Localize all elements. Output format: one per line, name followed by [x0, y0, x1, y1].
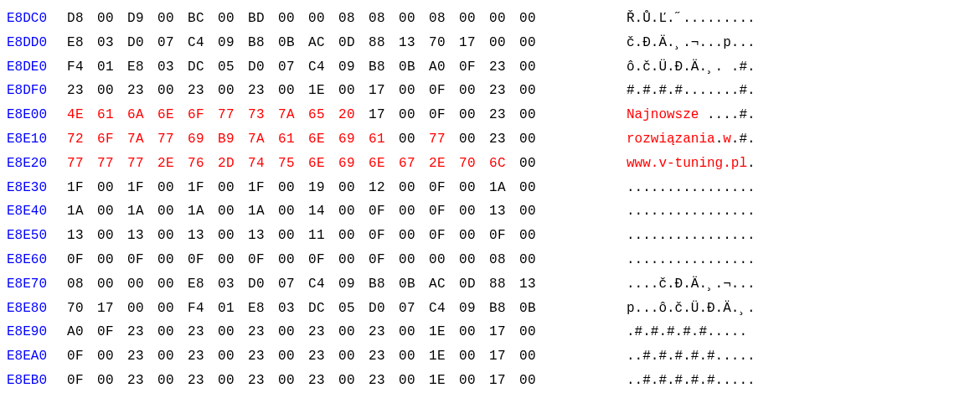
- hex-byte[interactable]: 07: [399, 297, 429, 321]
- hex-byte[interactable]: 23: [489, 127, 519, 152]
- hex-byte[interactable]: 1A: [188, 199, 218, 224]
- hex-byte[interactable]: 00: [519, 248, 549, 272]
- hex-byte[interactable]: 6E: [157, 103, 188, 127]
- hex-byte[interactable]: 1E: [308, 79, 338, 103]
- hex-bytes[interactable]: 726F7A7769B97A616E69610077002300: [67, 127, 603, 152]
- hex-byte[interactable]: 00: [157, 272, 188, 297]
- hex-byte[interactable]: 00: [97, 79, 127, 103]
- hex-bytes[interactable]: F401E803DC05D007C409B80BA00F2300: [67, 55, 603, 80]
- hex-byte[interactable]: 70: [429, 31, 459, 55]
- hex-row[interactable]: E8E10726F7A7769B97A616E69610077002300roz…: [7, 127, 973, 152]
- hex-byte[interactable]: 00: [399, 320, 429, 344]
- hex-byte[interactable]: 0F: [188, 248, 218, 272]
- hex-row[interactable]: E8E90A00F230023002300230023001E001700 .#…: [7, 320, 973, 344]
- hex-byte[interactable]: 88: [369, 31, 399, 55]
- hex-byte[interactable]: 0F: [369, 248, 399, 272]
- hex-byte[interactable]: 61: [97, 103, 127, 127]
- hex-byte[interactable]: 88: [489, 272, 519, 297]
- hex-byte[interactable]: 67: [399, 152, 429, 176]
- hex-byte[interactable]: 23: [188, 369, 218, 393]
- hex-byte[interactable]: 00: [338, 224, 369, 248]
- hex-bytes[interactable]: A00F230023002300230023001E001700: [67, 320, 603, 344]
- hex-byte[interactable]: 00: [218, 248, 248, 272]
- hex-byte[interactable]: F4: [67, 55, 97, 80]
- hex-byte[interactable]: A0: [67, 320, 97, 344]
- hex-row[interactable]: E8DF023002300230023001E0017000F002300#.#…: [7, 79, 973, 103]
- hex-byte[interactable]: 0F: [429, 176, 459, 200]
- hex-byte[interactable]: 00: [459, 320, 489, 344]
- hex-byte[interactable]: 23: [188, 320, 218, 344]
- hex-byte[interactable]: 00: [459, 199, 489, 224]
- hex-byte[interactable]: 00: [278, 320, 308, 344]
- hex-byte[interactable]: 09: [459, 297, 489, 321]
- hex-byte[interactable]: 1F: [248, 176, 278, 200]
- hex-byte[interactable]: 00: [519, 344, 549, 369]
- hex-byte[interactable]: 6E: [308, 152, 338, 176]
- hex-byte[interactable]: 08: [429, 7, 459, 31]
- hex-byte[interactable]: 7A: [127, 127, 157, 152]
- hex-byte[interactable]: E8: [248, 297, 278, 321]
- hex-byte[interactable]: 00: [97, 369, 127, 393]
- hex-byte[interactable]: 61: [369, 127, 399, 152]
- hex-byte[interactable]: 09: [338, 272, 369, 297]
- hex-bytes[interactable]: 08000000E803D007C409B80BAC0D8813: [67, 272, 603, 297]
- hex-byte[interactable]: 73: [248, 103, 278, 127]
- hex-byte[interactable]: C4: [308, 55, 338, 80]
- hex-byte[interactable]: 17: [489, 369, 519, 393]
- hex-byte[interactable]: 00: [399, 176, 429, 200]
- hex-byte[interactable]: 00: [519, 103, 549, 127]
- hex-byte[interactable]: 07: [278, 55, 308, 80]
- hex-byte[interactable]: 03: [157, 55, 188, 80]
- hex-byte[interactable]: 01: [97, 55, 127, 80]
- hex-byte[interactable]: 69: [188, 127, 218, 152]
- hex-byte[interactable]: 72: [67, 127, 97, 152]
- hex-byte[interactable]: 17: [97, 297, 127, 321]
- hex-byte[interactable]: 00: [399, 7, 429, 31]
- hex-byte[interactable]: 23: [127, 320, 157, 344]
- hex-byte[interactable]: 77: [157, 127, 188, 152]
- hex-byte[interactable]: 6F: [188, 103, 218, 127]
- hex-byte[interactable]: 23: [489, 79, 519, 103]
- hex-byte[interactable]: C4: [308, 272, 338, 297]
- hex-byte[interactable]: 00: [278, 176, 308, 200]
- hex-byte[interactable]: 17: [369, 79, 399, 103]
- hex-byte[interactable]: 07: [278, 272, 308, 297]
- hex-byte[interactable]: 00: [97, 248, 127, 272]
- hex-byte[interactable]: 00: [519, 55, 549, 80]
- hex-byte[interactable]: D0: [248, 55, 278, 80]
- hex-byte[interactable]: 14: [308, 199, 338, 224]
- hex-bytes[interactable]: 7777772E762D74756E696E672E706C00: [67, 152, 603, 176]
- hex-byte[interactable]: 0F: [67, 344, 97, 369]
- hex-byte[interactable]: 13: [519, 272, 549, 297]
- hex-byte[interactable]: 00: [459, 176, 489, 200]
- hex-byte[interactable]: D9: [127, 7, 157, 31]
- hex-byte[interactable]: 76: [188, 152, 218, 176]
- hex-byte[interactable]: 0F: [429, 79, 459, 103]
- hex-byte[interactable]: 05: [338, 297, 369, 321]
- hex-byte[interactable]: 00: [218, 344, 248, 369]
- hex-byte[interactable]: 2E: [429, 152, 459, 176]
- hex-byte[interactable]: 23: [248, 79, 278, 103]
- hex-byte[interactable]: 1A: [127, 199, 157, 224]
- hex-byte[interactable]: AC: [308, 31, 338, 55]
- hex-byte[interactable]: 00: [278, 199, 308, 224]
- hex-byte[interactable]: 00: [519, 176, 549, 200]
- hex-byte[interactable]: 00: [459, 103, 489, 127]
- hex-byte[interactable]: AC: [429, 272, 459, 297]
- hex-byte[interactable]: 00: [278, 369, 308, 393]
- hex-bytes[interactable]: 0F00230023002300230023001E001700: [67, 369, 603, 393]
- hex-byte[interactable]: E8: [127, 55, 157, 80]
- hex-byte[interactable]: 00: [218, 7, 248, 31]
- hex-byte[interactable]: 00: [519, 369, 549, 393]
- hex-byte[interactable]: 1E: [429, 369, 459, 393]
- hex-byte[interactable]: 19: [308, 176, 338, 200]
- hex-byte[interactable]: 00: [519, 199, 549, 224]
- hex-byte[interactable]: 12: [369, 176, 399, 200]
- hex-byte[interactable]: 6E: [369, 152, 399, 176]
- hex-byte[interactable]: 0F: [429, 103, 459, 127]
- hex-byte[interactable]: 0B: [519, 297, 549, 321]
- hex-byte[interactable]: 1F: [67, 176, 97, 200]
- hex-byte[interactable]: 00: [278, 79, 308, 103]
- hex-byte[interactable]: 03: [278, 297, 308, 321]
- hex-byte[interactable]: 77: [429, 127, 459, 152]
